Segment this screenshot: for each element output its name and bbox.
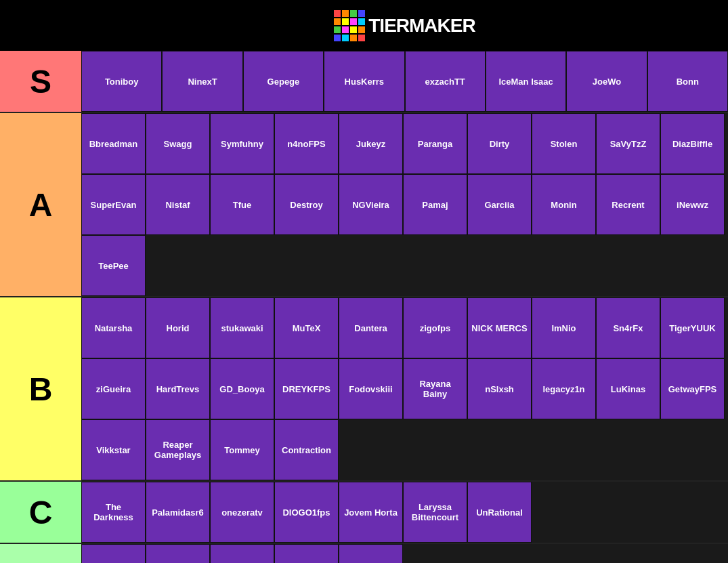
cell-a-7: Stolen bbox=[532, 113, 596, 174]
cell-b-12: GD_Booya bbox=[210, 358, 274, 419]
logo-pixel bbox=[350, 18, 357, 25]
cell-a-0: Bbreadman bbox=[81, 113, 146, 174]
cell-a-1: Swagg bbox=[146, 113, 210, 174]
cell-a-8: SaVyTzZ bbox=[596, 113, 660, 174]
tier-row-s: SToniboyNinexTGepegeHusKerrsexzachTTIceM… bbox=[0, 51, 728, 113]
cell-b-22: Tommey bbox=[210, 419, 274, 480]
cell-b-3: MuTeX bbox=[274, 297, 339, 358]
logo-pixel bbox=[334, 10, 341, 17]
cell-a-14: NGVieira bbox=[339, 174, 403, 235]
cell-s-6: JoeWo bbox=[566, 51, 647, 112]
logo-pixel bbox=[350, 35, 357, 41]
logo-area bbox=[0, 0, 81, 51]
tier-row-a: ABbreadmanSwaggSymfuhnyn4noFPSJukeyzPara… bbox=[0, 113, 728, 297]
tiermaker-logo-container: TiERMAKER bbox=[81, 0, 728, 51]
logo-pixel-grid bbox=[334, 10, 365, 41]
header-cells: TiERMAKER bbox=[81, 0, 728, 51]
cell-a-3: n4noFPS bbox=[274, 113, 339, 174]
tier-label-d: D bbox=[0, 544, 81, 563]
cell-b-8: Sn4rFx bbox=[596, 297, 660, 358]
logo-pixel bbox=[358, 18, 365, 25]
cell-a-11: Nistaf bbox=[146, 174, 210, 235]
cell-a-16: Garciia bbox=[467, 174, 532, 235]
cell-s-1: NinexT bbox=[162, 51, 242, 112]
logo-pixel bbox=[350, 10, 357, 17]
logo-pixel bbox=[334, 18, 341, 25]
logo-pixel bbox=[342, 35, 349, 41]
cell-d-2: Corvua bbox=[210, 544, 274, 563]
cell-c-0: The Darkness bbox=[81, 482, 146, 543]
header-row: TiERMAKER bbox=[0, 0, 728, 51]
tier-cells-a: BbreadmanSwaggSymfuhnyn4noFPSJukeyzParan… bbox=[81, 113, 728, 296]
cell-a-13: Destroy bbox=[274, 174, 339, 235]
logo-pixel bbox=[342, 10, 349, 17]
tiermaker-logo: TiERMAKER bbox=[334, 10, 475, 41]
tier-label-c: C bbox=[0, 482, 81, 543]
cell-b-14: Fodovskiii bbox=[339, 358, 403, 419]
tier-row-d: DCallzeraMilena CollenCorvuaSra Maravilh… bbox=[0, 544, 728, 563]
cell-a-10: SuperEvan bbox=[81, 174, 146, 235]
logo-pixel bbox=[358, 10, 365, 17]
cell-b-16: nSlxsh bbox=[467, 358, 532, 419]
cell-s-0: Toniboy bbox=[81, 51, 162, 112]
cell-c-4: Jovem Horta bbox=[339, 482, 403, 543]
cell-d-4: Pimenta Rosa bbox=[339, 544, 403, 563]
cell-c-2: onezeratv bbox=[210, 482, 274, 543]
logo-pixel bbox=[342, 18, 349, 25]
cell-a-4: Jukeyz bbox=[339, 113, 403, 174]
cell-a-19: iNewwz bbox=[660, 174, 725, 235]
cell-d-3: Sra Maravilha bbox=[274, 544, 339, 563]
cell-a-6: Dirty bbox=[467, 113, 532, 174]
cell-a-18: Recrent bbox=[596, 174, 660, 235]
tier-label-b: B bbox=[0, 297, 81, 480]
cell-b-11: HardTrevs bbox=[146, 358, 210, 419]
tiers-container: SToniboyNinexTGepegeHusKerrsexzachTTIceM… bbox=[0, 51, 728, 563]
cell-b-17: legacyz1n bbox=[532, 358, 596, 419]
tier-cells-d: CallzeraMilena CollenCorvuaSra Maravilha… bbox=[81, 544, 728, 563]
cell-a-12: Tfue bbox=[210, 174, 274, 235]
cell-b-4: Dantera bbox=[339, 297, 403, 358]
logo-pixel bbox=[358, 26, 365, 33]
cell-b-10: ziGueira bbox=[81, 358, 146, 419]
tier-label-s: S bbox=[0, 51, 81, 112]
cell-b-0: Natarsha bbox=[81, 297, 146, 358]
logo-pixel bbox=[334, 35, 341, 41]
tier-cells-c: The DarknessPalamidasr6onezeratvDIOGO1fp… bbox=[81, 482, 728, 543]
cell-a-9: DiazBiffle bbox=[660, 113, 725, 174]
tier-row-b: BNatarshaHoridstukawakiMuTeXDanterazigof… bbox=[0, 297, 728, 482]
cell-b-2: stukawaki bbox=[210, 297, 274, 358]
cell-b-18: LuKinas bbox=[596, 358, 660, 419]
cell-a-17: Monin bbox=[532, 174, 596, 235]
cell-c-6: UnRational bbox=[467, 482, 532, 543]
cell-s-3: HusKerrs bbox=[324, 51, 404, 112]
cell-s-7: Bonn bbox=[647, 51, 728, 112]
cell-b-7: ImNio bbox=[532, 297, 596, 358]
cell-s-4: exzachTT bbox=[405, 51, 486, 112]
tier-label-a: A bbox=[0, 113, 81, 296]
cell-d-1: Milena Collen bbox=[146, 544, 210, 563]
cell-b-6: NICK MERCS bbox=[467, 297, 532, 358]
cell-c-3: DIOGO1fps bbox=[274, 482, 339, 543]
cell-s-5: IceMan Isaac bbox=[486, 51, 566, 112]
cell-b-1: Horid bbox=[146, 297, 210, 358]
cell-b-5: zigofps bbox=[403, 297, 467, 358]
cell-b-20: Vikkstar bbox=[81, 419, 146, 480]
logo-pixel bbox=[358, 35, 365, 41]
cell-b-15: Rayana Bainy bbox=[403, 358, 467, 419]
cell-a-2: Symfuhny bbox=[210, 113, 274, 174]
cell-a-20: TeePee bbox=[81, 235, 146, 296]
cell-c-1: Palamidasr6 bbox=[146, 482, 210, 543]
logo-text: TiERMAKER bbox=[368, 15, 475, 37]
cell-b-9: TigerYUUK bbox=[660, 297, 725, 358]
cell-a-15: Pamaj bbox=[403, 174, 467, 235]
cell-s-2: Gepege bbox=[243, 51, 324, 112]
cell-a-5: Paranga bbox=[403, 113, 467, 174]
logo-pixel bbox=[350, 26, 357, 33]
cell-b-19: GetwayFPS bbox=[660, 358, 725, 419]
cell-b-21: Reaper Gameplays bbox=[146, 419, 210, 480]
logo-pixel bbox=[334, 26, 341, 33]
tier-cells-s: ToniboyNinexTGepegeHusKerrsexzachTTIceMa… bbox=[81, 51, 728, 112]
cell-d-0: Callzera bbox=[81, 544, 146, 563]
cell-c-5: Laryssa Bittencourt bbox=[403, 482, 467, 543]
tier-cells-b: NatarshaHoridstukawakiMuTeXDanterazigofp… bbox=[81, 297, 728, 480]
